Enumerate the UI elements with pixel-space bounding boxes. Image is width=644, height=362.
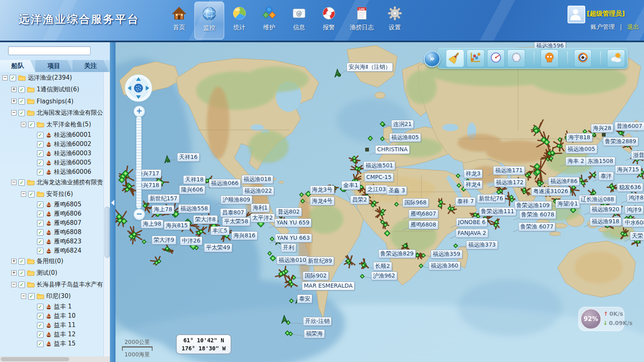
- tree-item[interactable]: ✓益丰 10: [0, 311, 104, 321]
- vessel-label[interactable]: YAN YU 659: [275, 218, 312, 227]
- vessel-label[interactable]: 海上78: [152, 205, 174, 214]
- tree-item[interactable]: ✓雁鸣6823: [0, 237, 104, 246]
- zoom-slider[interactable]: [136, 116, 142, 209]
- tree-item[interactable]: ✓桂远渔60002: [0, 140, 104, 149]
- tree-checkbox[interactable]: ✓: [37, 322, 43, 329]
- vessel-label[interactable]: 海兴715: [615, 165, 641, 174]
- vessel-label[interactable]: 海兴815: [164, 221, 190, 230]
- tree-checkbox[interactable]: ✓: [19, 98, 25, 105]
- tree-checkbox[interactable]: ✓: [19, 270, 25, 276]
- tree-checkbox[interactable]: ✓: [37, 220, 43, 226]
- tree-item[interactable]: ✓益丰 12: [0, 330, 104, 339]
- vessel-label[interactable]: 祥龙3: [464, 169, 483, 178]
- tree-expander-plus[interactable]: +: [11, 87, 17, 92]
- vessel-label[interactable]: 海兴816: [231, 231, 258, 240]
- vessel-label[interactable]: CHRISTINA: [375, 145, 410, 154]
- vessel-label[interactable]: 福远渔805: [389, 133, 421, 142]
- scrollbar-thumb[interactable]: [1, 357, 69, 361]
- vessel-label[interactable]: 开利: [281, 243, 296, 252]
- vessel-label[interactable]: MAR ESMERALDA: [302, 282, 355, 290]
- vessel-label[interactable]: 泰安: [297, 294, 312, 303]
- vessel-label[interactable]: 连润21: [391, 120, 414, 129]
- vessel-label[interactable]: 平太荣58: [222, 217, 250, 226]
- vessel-label[interactable]: 福远渔066: [209, 179, 241, 188]
- vessel-label[interactable]: 安兴海Ⅱ（注销）: [347, 63, 393, 72]
- vessel-label[interactable]: 鲁荣渔2889: [603, 137, 638, 146]
- vessel-label[interactable]: 天荣: [630, 232, 644, 241]
- tree-expander-minus[interactable]: −: [11, 282, 17, 287]
- tree-item[interactable]: −✓安哥拉(6): [0, 188, 104, 200]
- piracy-alert-button[interactable]: [541, 49, 559, 67]
- vessel-label[interactable]: 海上98: [141, 220, 163, 228]
- nav-item-home[interactable]: 首页: [165, 2, 194, 39]
- tree-checkbox[interactable]: ✓: [37, 202, 43, 208]
- tree-item[interactable]: ✓雁鸣6808: [0, 228, 104, 237]
- vessel-label[interactable]: 普远802: [276, 208, 302, 216]
- tree-item[interactable]: −✓太平洋金枪鱼(5): [0, 119, 104, 130]
- tree-item[interactable]: ✓雁鸣6805: [0, 200, 104, 209]
- tree-vertical-scrollbar[interactable]: [103, 72, 110, 356]
- vessel-label[interactable]: 普渔6007: [615, 122, 644, 131]
- vessel-label[interactable]: 祥龙4: [464, 180, 483, 189]
- nav-item-monitor[interactable]: 监控: [194, 2, 224, 39]
- nav-item-alarm[interactable]: 报警: [314, 2, 343, 39]
- account-manage-link[interactable]: 账户管理: [590, 23, 615, 31]
- tree-expander-minus[interactable]: −: [21, 294, 26, 299]
- tree-item[interactable]: +✓Flagships(4): [0, 95, 104, 107]
- vessel-label[interactable]: 辽长渔运088: [579, 195, 616, 204]
- time-query-button[interactable]: [487, 49, 505, 67]
- area-select-button[interactable]: [507, 49, 525, 67]
- toolbar-collapse-button[interactable]: »: [424, 51, 440, 67]
- vessel-label[interactable]: 中水608: [623, 218, 644, 227]
- tree-checkbox[interactable]: ✓: [37, 150, 43, 157]
- track-chart-button[interactable]: [466, 49, 485, 67]
- nav-item-stats[interactable]: 统计: [225, 2, 254, 39]
- nav-item-info[interactable]: @ 信息: [285, 2, 314, 39]
- tree-checkbox[interactable]: ✓: [10, 75, 16, 81]
- tree-checkbox[interactable]: ✓: [19, 258, 25, 265]
- vessel-label[interactable]: 天祥16: [177, 153, 200, 162]
- collapse-sidebar-icon[interactable]: [111, 200, 114, 206]
- vessel-label[interactable]: 雁鸣6808: [409, 220, 438, 229]
- vessel-label[interactable]: 浙普: [631, 151, 644, 160]
- vessel-label[interactable]: 鸿洋9: [625, 206, 644, 214]
- vessel-label[interactable]: 福远渔172: [494, 178, 526, 187]
- vessel-label[interactable]: 福远渔022: [242, 187, 274, 195]
- search-input[interactable]: [8, 46, 91, 55]
- tab-follow[interactable]: 关注: [72, 60, 109, 72]
- vessel-label[interactable]: 福远渔171: [493, 166, 525, 175]
- tree-checkbox[interactable]: ✓: [37, 211, 43, 217]
- vessel-label[interactable]: 海望冷1: [555, 200, 580, 208]
- vessel-label[interactable]: 鲁荣远渔829: [378, 249, 416, 258]
- vessel-label[interactable]: 雁鸣6807: [409, 210, 438, 218]
- tree-checkbox[interactable]: ✓: [28, 293, 35, 300]
- tree-expander-minus[interactable]: −: [2, 75, 8, 80]
- vessel-label[interactable]: 泰祥 7: [455, 197, 476, 206]
- weather-button[interactable]: [607, 49, 625, 67]
- tree-item[interactable]: ✓桂远渔60001: [0, 130, 104, 140]
- tree-expander-minus[interactable]: −: [11, 180, 17, 185]
- tree-checkbox[interactable]: ✓: [37, 331, 43, 338]
- tree-item[interactable]: −✓北海龙达渔业捕捞有限责: [0, 177, 104, 188]
- vessel-label[interactable]: CMPC-15: [364, 173, 394, 182]
- tree-item[interactable]: ✓益丰 15: [0, 339, 104, 348]
- logout-link[interactable]: 退出: [627, 23, 639, 31]
- vessel-label[interactable]: 海龙4号: [310, 197, 334, 206]
- tree-checkbox[interactable]: ✓: [37, 160, 43, 166]
- vessel-label[interactable]: 鲁荣远渔111: [479, 207, 516, 216]
- scrollbar-thumb[interactable]: [105, 207, 110, 258]
- vessel-label[interactable]: 国际902: [303, 272, 329, 280]
- vessel-label[interactable]: 丰汇5: [211, 226, 229, 235]
- vessel-label[interactable]: 鲁荣渔 6077: [518, 222, 555, 231]
- tree-item[interactable]: ✓益丰 1: [0, 302, 104, 311]
- tree-checkbox[interactable]: ✓: [37, 132, 43, 138]
- vessel-label[interactable]: 新世纪76: [477, 194, 505, 203]
- vessel-label[interactable]: 海兴28: [591, 124, 613, 133]
- tree-checkbox[interactable]: ✓: [37, 304, 43, 310]
- tree-item[interactable]: −✓北海国发远洋渔业有限公: [0, 107, 104, 119]
- vessel-label[interactable]: 荣大洋8: [193, 215, 218, 224]
- clear-tracks-button[interactable]: [446, 49, 464, 67]
- tree-item[interactable]: ✓桂远渔60003: [0, 149, 104, 158]
- vessel-label[interactable]: 国际968: [402, 198, 429, 207]
- tree-checkbox[interactable]: ✓: [19, 179, 25, 186]
